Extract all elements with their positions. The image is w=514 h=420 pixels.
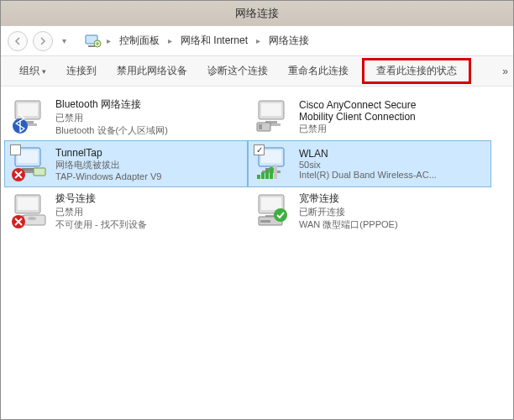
selection-checkbox[interactable] — [10, 144, 21, 155]
connection-name: Mobility Client Connection — [299, 111, 485, 123]
control-panel-icon — [85, 34, 102, 49]
svg-rect-27 — [270, 167, 273, 179]
address-bar[interactable]: ▸ 控制面板 ▸ 网络和 Internet ▸ 网络连接 — [85, 32, 312, 50]
more-commands-button[interactable]: » — [502, 66, 508, 77]
view-status-button[interactable]: 查看此连接的状态 — [362, 58, 471, 84]
connection-name: WLAN — [299, 148, 485, 160]
svg-rect-30 — [18, 197, 38, 210]
svg-rect-1 — [88, 45, 95, 47]
svg-rect-33 — [24, 215, 45, 225]
connection-status: 网络电缆被拔出 — [55, 159, 242, 171]
connection-text: TunnelTap网络电缆被拔出TAP-Windows Adapter V9 — [55, 147, 242, 181]
organize-button[interactable]: 组织 — [9, 59, 56, 83]
svg-rect-9 — [261, 103, 281, 116]
wlan-icon: ✓ — [254, 144, 292, 183]
window-title: 网络连接 — [235, 6, 279, 21]
connection-item[interactable]: TunnelTap网络电缆被拔出TAP-Windows Adapter V9 — [4, 140, 248, 187]
disable-device-button[interactable]: 禁用此网络设备 — [107, 59, 197, 83]
connection-text: 拨号连接已禁用不可使用 - 找不到设备 — [55, 192, 242, 231]
connection-name: TunnelTap — [55, 147, 242, 159]
vpn-disabled-icon — [254, 97, 292, 136]
connection-status: 50six — [299, 160, 485, 170]
connection-text: WLAN50sixIntel(R) Dual Band Wireless-AC.… — [299, 148, 485, 180]
connection-item[interactable]: ✓WLAN50sixIntel(R) Dual Band Wireless-AC… — [248, 140, 491, 187]
svg-rect-37 — [261, 197, 281, 210]
connect-to-button[interactable]: 连接到 — [56, 59, 107, 83]
connection-name: Bluetooth 网络连接 — [55, 97, 242, 112]
connection-device: WAN 微型端口(PPPOE) — [299, 218, 485, 231]
svg-rect-4 — [18, 103, 38, 116]
forward-button[interactable] — [33, 31, 53, 51]
breadcrumb-network-connections[interactable]: 网络连接 — [265, 32, 312, 50]
dialup-disabled-icon — [10, 192, 49, 230]
breadcrumb-control-panel[interactable]: 控制面板 — [116, 32, 163, 50]
connection-text: Bluetooth 网络连接已禁用Bluetooth 设备(个人区域网) — [55, 97, 242, 137]
rename-button[interactable]: 重命名此连接 — [278, 59, 359, 83]
chevron-right-icon: ▸ — [166, 36, 174, 45]
connection-item[interactable]: Cisco AnyConnect SecureMobility Client C… — [248, 93, 491, 140]
connection-status: 已禁用 — [55, 112, 242, 124]
command-bar: 组织 连接到 禁用此网络设备 诊断这个连接 重命名此连接 查看此连接的状态 » — [1, 56, 513, 87]
connection-text: 宽带连接已断开连接WAN 微型端口(PPPOE) — [299, 192, 485, 231]
svg-rect-28 — [274, 165, 277, 179]
connections-list: Bluetooth 网络连接已禁用Bluetooth 设备(个人区域网)Cisc… — [1, 87, 513, 241]
connection-item[interactable]: 宽带连接已断开连接WAN 微型端口(PPPOE) — [248, 187, 491, 234]
bluetooth-icon — [10, 97, 49, 136]
connection-name: Cisco AnyConnect Secure — [299, 99, 485, 111]
connection-device: TAP-Windows Adapter V9 — [55, 171, 242, 181]
nav-bar: ▾ ▸ 控制面板 ▸ 网络和 Internet ▸ 网络连接 — [1, 26, 513, 56]
connection-device: Bluetooth 设备(个人区域网) — [55, 124, 242, 137]
svg-rect-41 — [260, 220, 270, 223]
chevron-right-icon: ▸ — [254, 36, 262, 45]
connection-item[interactable]: Bluetooth 网络连接已禁用Bluetooth 设备(个人区域网) — [4, 93, 248, 140]
window-titlebar: 网络连接 — [1, 1, 513, 26]
svg-point-34 — [28, 217, 36, 220]
svg-rect-26 — [265, 170, 269, 179]
back-button[interactable] — [8, 31, 28, 51]
connection-device: 不可使用 - 找不到设备 — [55, 218, 242, 231]
tap-unplugged-icon — [10, 144, 49, 183]
diagnose-button[interactable]: 诊断这个连接 — [197, 59, 278, 83]
chevron-right-icon: ▸ — [105, 36, 113, 45]
svg-rect-25 — [261, 172, 265, 179]
history-dropdown[interactable]: ▾ — [58, 32, 70, 50]
connection-status: 已断开连接 — [299, 206, 485, 218]
svg-rect-18 — [34, 168, 45, 176]
svg-rect-24 — [257, 175, 260, 179]
breadcrumb-network-internet[interactable]: 网络和 Internet — [177, 32, 251, 50]
svg-rect-13 — [259, 124, 262, 129]
connection-text: Cisco AnyConnect SecureMobility Client C… — [299, 99, 485, 135]
selection-checkbox[interactable]: ✓ — [254, 144, 265, 155]
connection-status: 已禁用 — [55, 206, 242, 218]
connection-name: 宽带连接 — [299, 192, 485, 206]
connection-device: Intel(R) Dual Band Wireless-AC... — [299, 170, 485, 180]
connection-status: 已禁用 — [299, 123, 485, 135]
svg-point-42 — [274, 208, 287, 222]
broadband-icon — [254, 192, 292, 230]
svg-rect-16 — [22, 168, 34, 171]
connection-item[interactable]: 拨号连接已禁用不可使用 - 找不到设备 — [4, 187, 248, 234]
connection-name: 拨号连接 — [55, 192, 242, 206]
